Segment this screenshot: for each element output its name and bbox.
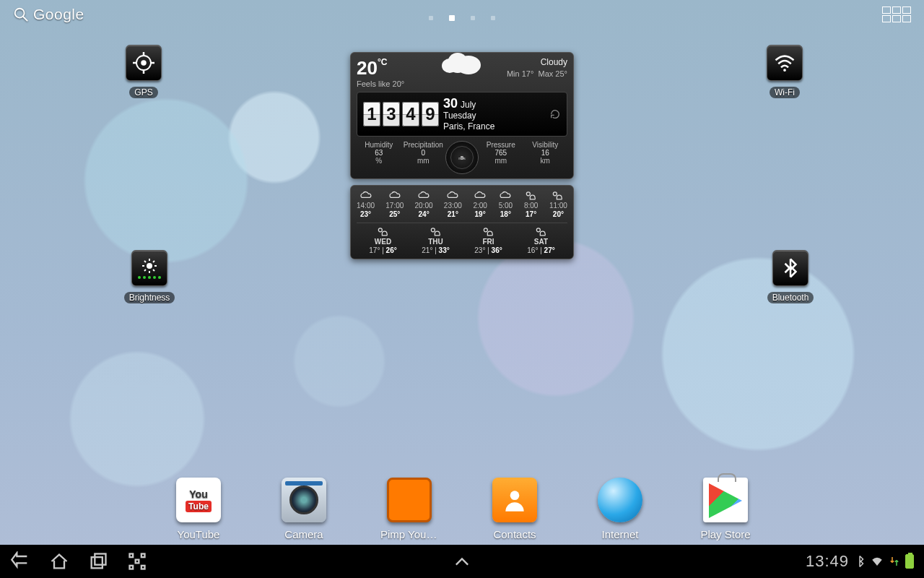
- date-day: 30: [443, 96, 458, 111]
- back-button[interactable]: [10, 551, 30, 571]
- home-button[interactable]: [49, 551, 69, 571]
- weather-metrics: Humidity63% Precipitation0mm 5m/s Pressu…: [357, 141, 567, 174]
- svg-point-22: [484, 228, 487, 232]
- hourly-item: 23:0021°: [444, 190, 462, 218]
- hourly-item: 20:0024°: [415, 190, 433, 218]
- app-camera[interactable]: Camera: [275, 478, 333, 540]
- hourly-item: 14:0023°: [357, 190, 375, 218]
- toggle-label: Wi-Fi: [770, 87, 800, 98]
- hourly-item: 2:0019°: [473, 190, 487, 218]
- app-contacts[interactable]: Contacts: [486, 478, 544, 540]
- date-month: July: [461, 100, 476, 110]
- toggle-label: Bluetooth: [767, 292, 814, 303]
- wifi-icon: [774, 52, 796, 74]
- daily-item: THU21° | 33°: [422, 226, 449, 254]
- toggle-gps[interactable]: GPS: [121, 45, 167, 98]
- app-internet[interactable]: Internet: [591, 478, 649, 540]
- svg-rect-29: [130, 566, 134, 569]
- daily-forecast: WED17° | 26°THU21° | 33°FRI23° | 36°SAT1…: [357, 226, 567, 254]
- svg-point-8: [783, 69, 786, 72]
- daily-item: WED17° | 26°: [369, 226, 396, 254]
- page-indicator[interactable]: [429, 16, 495, 21]
- svg-line-17: [153, 261, 154, 262]
- svg-point-24: [510, 491, 520, 500]
- hourly-forecast: 14:0023°17:0025°20:0024°23:0021°2:0019°5…: [357, 190, 567, 223]
- svg-line-14: [144, 261, 146, 262]
- weather-condition-icon: [442, 48, 482, 72]
- svg-line-15: [153, 269, 154, 271]
- svg-point-18: [526, 192, 530, 196]
- screenshot-button[interactable]: [127, 551, 147, 571]
- svg-point-23: [536, 228, 540, 232]
- svg-line-16: [144, 269, 146, 271]
- svg-line-1: [23, 17, 27, 21]
- recent-apps-button[interactable]: [88, 551, 108, 571]
- sync-status-icon: [888, 555, 901, 568]
- toggle-label: Brightness: [124, 292, 175, 303]
- svg-point-19: [554, 192, 557, 196]
- svg-point-20: [378, 228, 382, 232]
- date-weekday: Tuesday: [443, 111, 494, 121]
- status-clock: 13:49: [806, 552, 849, 571]
- battery-status-icon: [905, 554, 914, 569]
- wind-compass: 5m/s: [445, 141, 479, 174]
- daily-item: FRI23° | 36°: [474, 226, 502, 254]
- toggle-brightness[interactable]: Brightness: [121, 250, 178, 303]
- status-area[interactable]: 13:49: [806, 552, 914, 571]
- svg-point-9: [147, 263, 152, 269]
- system-navbar: 13:49: [0, 545, 924, 578]
- app-play-store[interactable]: Play Store: [697, 478, 754, 540]
- bluetooth-icon: [780, 257, 801, 279]
- svg-rect-28: [141, 554, 145, 558]
- temperature-value: 20: [357, 57, 378, 79]
- search-icon: [13, 7, 29, 22]
- daily-item: SAT16° | 27°: [527, 226, 554, 254]
- hourly-item: 11:0020°: [549, 190, 567, 218]
- hourly-item: 8:0017°: [524, 190, 539, 218]
- condition-label: Cloudy: [507, 57, 567, 67]
- refresh-icon[interactable]: [549, 108, 561, 120]
- app-youtube[interactable]: YouTubeYouTube: [170, 478, 227, 540]
- expand-panel-button[interactable]: [452, 551, 472, 571]
- svg-rect-30: [141, 566, 145, 569]
- svg-rect-27: [130, 554, 134, 558]
- search-label: Google: [33, 6, 84, 23]
- svg-rect-26: [95, 554, 105, 565]
- toggle-wifi[interactable]: Wi-Fi: [762, 45, 808, 98]
- weather-widget[interactable]: 20°C Feels like 20° Cloudy Min 17° Max 2…: [350, 52, 574, 259]
- apps-drawer-button[interactable]: [882, 7, 911, 22]
- toggle-bluetooth[interactable]: Bluetooth: [762, 250, 819, 303]
- hourly-item: 5:0018°: [498, 190, 513, 218]
- brightness-icon: [141, 257, 158, 275]
- svg-rect-31: [136, 560, 139, 564]
- google-search[interactable]: Google: [13, 6, 84, 23]
- svg-point-2: [141, 60, 147, 66]
- wifi-status-icon: [871, 555, 884, 568]
- svg-rect-25: [92, 557, 103, 568]
- toggle-label: GPS: [129, 87, 157, 98]
- clock-row: 1 3 4 9 30July Tuesday Paris, France: [357, 92, 567, 137]
- temperature-unit: °C: [378, 57, 387, 67]
- app-pimp-your-screen[interactable]: Pimp Your Screen: [380, 478, 438, 540]
- hourly-item: 17:0025°: [385, 190, 404, 218]
- bluetooth-status-icon: [853, 555, 866, 568]
- svg-point-0: [15, 9, 25, 18]
- location: Paris, France: [443, 122, 494, 132]
- svg-point-21: [431, 228, 435, 232]
- dock: YouTubeYouTube Camera Pimp Your Screen C…: [0, 478, 924, 540]
- gps-icon: [133, 52, 154, 74]
